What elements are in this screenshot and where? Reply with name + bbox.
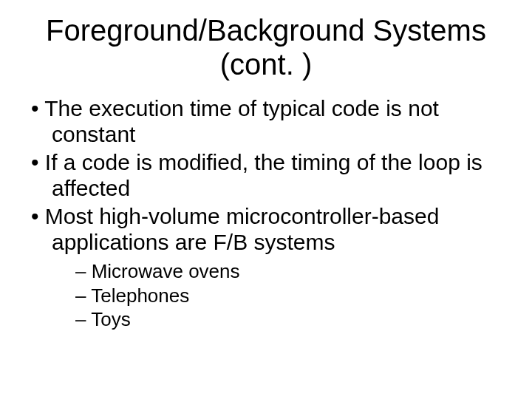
sub-bullet-item: Microwave ovens: [74, 259, 510, 284]
sub-bullet-list: Microwave ovens Telephones Toys: [52, 259, 510, 332]
bullet-text: Most high-volume microcontroller-based a…: [45, 204, 440, 254]
bullet-item: If a code is modified, the timing of the…: [30, 150, 510, 201]
sub-bullet-item: Telephones: [74, 284, 510, 308]
sub-bullet-item: Toys: [74, 307, 510, 332]
bullet-item: The execution time of typical code is no…: [30, 96, 510, 147]
bullet-list: The execution time of typical code is no…: [22, 96, 510, 332]
slide-title: Foreground/Background Systems (cont. ): [22, 13, 510, 81]
bullet-item: Most high-volume microcontroller-based a…: [30, 204, 510, 332]
